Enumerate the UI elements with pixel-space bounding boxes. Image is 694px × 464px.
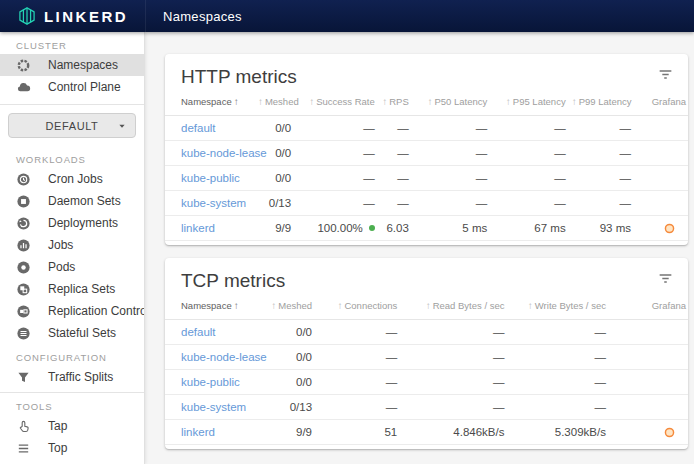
sidebar-item-traffic-splits[interactable]: Traffic Splits [0,366,144,388]
namespace-link-kube-system[interactable]: kube-system [181,401,246,413]
namespace-link-linkerd[interactable]: linkerd [181,222,215,234]
column-header-namespace[interactable]: ↑Namespace↑ [165,93,254,116]
sort-arrow-icon: ↑ [258,96,263,107]
column-header-connections[interactable]: ↑Connections↑ [314,297,399,320]
linkerd-logo-icon [17,6,37,26]
column-header-read-bytes-sec[interactable]: ↑Read Bytes / sec↑ [399,297,506,320]
sidebar-item-stateful-sets[interactable]: Stateful Sets [0,322,144,344]
section-label: TOOLS [0,393,144,415]
sort-arrow-icon: ↑ [382,96,387,107]
filter-list-icon[interactable] [657,66,674,83]
control-plane-icon [16,80,31,95]
rps-value: — [377,141,411,166]
meshed-value: 9/9 [259,420,314,445]
success-rate-value: 100.00% [293,216,377,241]
column-header-meshed[interactable]: ↑Meshed↑ [259,297,314,320]
meshed-value: 0/0 [259,370,314,395]
sort-arrow-icon: ↑ [309,96,314,107]
connections-value: — [314,370,399,395]
jobs-icon [16,238,31,253]
sidebar-item-deployments[interactable]: Deployments [0,212,144,234]
column-header-success-rate[interactable]: ↑Success Rate↑ [293,93,377,116]
grafana-icon[interactable] [663,222,676,235]
namespace-link-default[interactable]: default [181,122,216,134]
brand-name: LINKERD [44,8,128,25]
connections-value: — [314,395,399,420]
rps-value: 6.03 [377,216,411,241]
namespace-link-kube-public[interactable]: kube-public [181,172,240,184]
sidebar-item-pods[interactable]: Pods [0,256,144,278]
section-label: CONFIGURATION [0,344,144,366]
sort-arrow-icon: ↑ [234,300,239,311]
sidebar-item-cron-jobs[interactable]: Cron Jobs [0,168,144,190]
namespace-link-kube-node-lease[interactable]: kube-node-lease [181,351,267,363]
namespace-selector-block: DEFAULT [0,104,144,146]
sidebar-item-replication-controllers[interactable]: Replication Controllers [0,300,144,322]
column-header-grafana[interactable]: ↑Grafana↑ [608,297,688,320]
p95-latency-value: — [489,116,567,141]
sidebar-section-configuration: CONFIGURATION Traffic Splits [0,344,144,388]
write-bytes-value: — [506,370,607,395]
namespace-selector-value: DEFAULT [46,120,99,132]
read-bytes-value: — [399,370,506,395]
http-metrics-card: HTTP metrics ↑Namespace↑ [165,54,688,245]
meshed-value: 0/0 [259,345,314,370]
sidebar-item-namespaces[interactable]: Namespaces [0,54,144,76]
daemon-sets-icon [16,194,31,209]
table-row: default 0/0 — — — — — [165,116,688,141]
table-row: linkerd 9/9 100.00% 6.03 5 ms 67 ms 93 m… [165,216,688,241]
sort-arrow-icon: ↑ [426,300,431,311]
section-label: CLUSTER [0,32,144,54]
sidebar: CLUSTER Namespaces Control Plane DEFAULT [0,32,145,464]
top-bar: LINKERD Namespaces [0,0,694,32]
namespace-link-linkerd[interactable]: linkerd [181,426,215,438]
meshed-value: 0/0 [254,116,293,141]
sort-arrow-icon: ↑ [528,300,533,311]
column-header-p99-latency[interactable]: ↑P99 Latency↑ [568,93,633,116]
sort-arrow-icon: ↑ [271,300,276,311]
sidebar-item-label: Pods [48,260,75,274]
sidebar-item-jobs[interactable]: Jobs [0,234,144,256]
p95-latency-value: — [489,191,567,216]
sidebar-item-daemon-sets[interactable]: Daemon Sets [0,190,144,212]
namespace-selector[interactable]: DEFAULT [8,113,136,138]
column-header-p50-latency[interactable]: ↑P50 Latency↑ [411,93,489,116]
p95-latency-value: 67 ms [489,216,567,241]
connections-value: — [314,320,399,345]
success-rate-value: — [293,166,377,191]
grafana-icon[interactable] [663,426,676,439]
column-header-rps[interactable]: ↑RPS↑ [377,93,411,116]
tcp-metrics-card: TCP metrics ↑Namespace↑ [165,258,688,449]
sidebar-item-tap[interactable]: Tap [0,415,144,437]
namespace-link-default[interactable]: default [181,326,216,338]
filter-list-icon[interactable] [657,270,674,287]
rps-value: — [377,116,411,141]
success-rate-value: — [293,191,377,216]
column-header-p95-latency[interactable]: ↑P95 Latency↑ [489,93,567,116]
sidebar-item-control-plane[interactable]: Control Plane [0,76,144,98]
sort-arrow-icon: ↑ [234,96,239,107]
column-header-grafana[interactable]: ↑Grafana↑ [633,93,688,116]
namespace-link-kube-node-lease[interactable]: kube-node-lease [181,147,267,159]
linkerd-logo[interactable]: LINKERD [0,0,146,32]
success-rate-value: — [293,116,377,141]
column-header-namespace[interactable]: ↑Namespace↑ [165,297,259,320]
sidebar-item-top[interactable]: Top [0,437,144,459]
column-header-write-bytes-sec[interactable]: ↑Write Bytes / sec↑ [506,297,607,320]
meshed-value: 9/9 [254,216,293,241]
column-header-meshed[interactable]: ↑Meshed↑ [254,93,293,116]
table-row: kube-node-lease 0/0 — — — — — [165,141,688,166]
p99-latency-value: — [568,141,633,166]
meshed-value: 0/0 [259,320,314,345]
sidebar-item-label: Top [48,441,67,455]
read-bytes-value: — [399,320,506,345]
table-row: default 0/0 — — — [165,320,688,345]
rps-value: — [377,166,411,191]
namespace-link-kube-public[interactable]: kube-public [181,376,240,388]
namespace-link-kube-system[interactable]: kube-system [181,197,246,209]
read-bytes-value: 4.846kB/s [399,420,506,445]
sidebar-item-label: Tap [48,419,67,433]
card-title: TCP metrics [181,270,285,292]
p50-latency-value: — [411,116,489,141]
sidebar-item-replica-sets[interactable]: Replica Sets [0,278,144,300]
